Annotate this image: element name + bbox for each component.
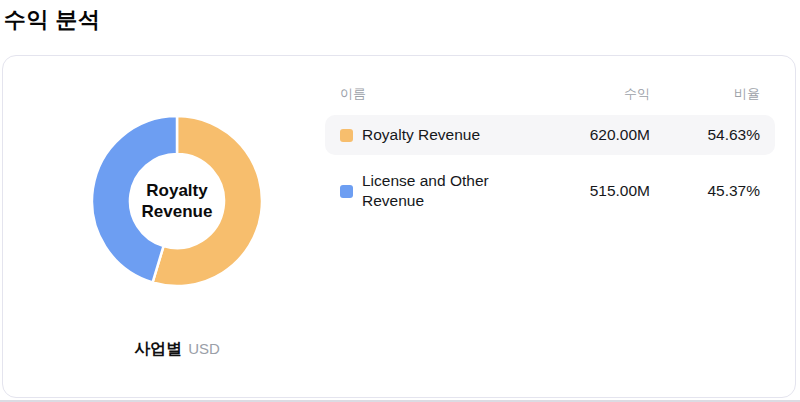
series-name: Royalty Revenue bbox=[362, 125, 480, 145]
series-ratio: 45.37% bbox=[650, 182, 760, 200]
donut-chart: Royalty Revenue bbox=[87, 111, 267, 291]
legend-swatch bbox=[340, 185, 353, 198]
series-revenue: 515.00M bbox=[540, 182, 650, 200]
donut-center-label: Royalty Revenue bbox=[129, 180, 226, 223]
legend-table: 이름 수익 비율 Royalty Revenue 620.00M 54.63% … bbox=[325, 85, 775, 227]
table-row[interactable]: Royalty Revenue 620.00M 54.63% bbox=[325, 115, 775, 155]
legend-swatch bbox=[340, 129, 353, 142]
chart-caption-label: 사업별 bbox=[134, 340, 182, 357]
series-revenue: 620.00M bbox=[540, 126, 650, 144]
header-name: 이름 bbox=[340, 85, 540, 103]
revenue-analysis-card: Royalty Revenue 사업별USD 이름 수익 비율 Royalty … bbox=[2, 55, 796, 398]
header-revenue: 수익 bbox=[540, 85, 650, 103]
page-title: 수익 분석 bbox=[4, 5, 101, 35]
row-name-cell: License and Other Revenue bbox=[340, 171, 540, 211]
series-name: License and Other Revenue bbox=[362, 171, 512, 211]
chart-caption-unit: USD bbox=[188, 340, 220, 357]
series-ratio: 54.63% bbox=[650, 126, 760, 144]
table-row[interactable]: License and Other Revenue 515.00M 45.37% bbox=[325, 161, 775, 221]
table-header: 이름 수익 비율 bbox=[325, 85, 775, 103]
header-ratio: 비율 bbox=[650, 85, 760, 103]
chart-caption: 사업별USD bbox=[87, 339, 267, 360]
row-name-cell: Royalty Revenue bbox=[340, 125, 540, 145]
